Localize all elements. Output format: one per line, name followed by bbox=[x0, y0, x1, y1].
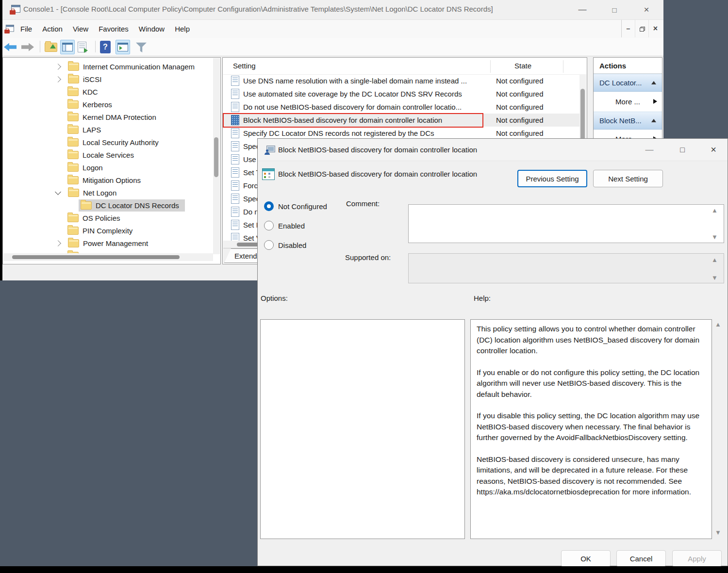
help-scrollbar[interactable]: ▲ ▼ bbox=[713, 319, 724, 539]
scrollbar-thumb[interactable] bbox=[12, 255, 180, 259]
tree-item[interactable]: KDC bbox=[3, 85, 213, 98]
mdi-restore-button[interactable] bbox=[635, 20, 649, 37]
menu-window[interactable]: Window bbox=[139, 25, 165, 33]
comment-textarea[interactable] bbox=[408, 204, 724, 243]
menu-help[interactable]: Help bbox=[175, 25, 190, 33]
tree-item-label: Locale Services bbox=[83, 151, 134, 159]
tree-item[interactable]: Locale Services bbox=[3, 148, 213, 161]
close-button[interactable]: × bbox=[636, 0, 657, 19]
folder-icon bbox=[67, 214, 79, 222]
radio-label: Disabled bbox=[278, 241, 306, 249]
collapse-up-icon[interactable] bbox=[651, 119, 656, 122]
column-header-setting[interactable]: Setting bbox=[233, 62, 256, 70]
menu-file[interactable]: File bbox=[20, 25, 32, 33]
scrollbar-thumb[interactable] bbox=[237, 243, 259, 246]
show-action-pane-icon[interactable] bbox=[116, 40, 130, 54]
folder-icon bbox=[67, 164, 79, 172]
radio-label: Not Configured bbox=[278, 202, 327, 211]
menu-action[interactable]: Action bbox=[42, 25, 63, 33]
chevron-down-icon[interactable] bbox=[55, 189, 61, 195]
tree-item-label: Mitigation Options bbox=[83, 176, 141, 184]
actions-group-block-netbios[interactable]: Block NetB... bbox=[594, 112, 662, 130]
actions-group-label: Block NetB... bbox=[599, 116, 642, 125]
radio-label: Enabled bbox=[278, 222, 305, 230]
tree-item[interactable]: Internet Communication Managem bbox=[3, 60, 213, 73]
radio-icon[interactable] bbox=[264, 240, 274, 250]
tree-item[interactable]: LAPS bbox=[3, 123, 213, 136]
tree-item[interactable]: PIN Complexity bbox=[3, 224, 213, 237]
tree-item-label: Local Security Authority bbox=[83, 138, 159, 147]
setting-row[interactable]: Do not use NetBIOS-based discovery for d… bbox=[223, 100, 579, 114]
dialog-title: Block NetBIOS-based discovery for domain… bbox=[278, 146, 477, 154]
previous-setting-button[interactable]: Previous Setting bbox=[517, 170, 587, 187]
forward-icon[interactable] bbox=[21, 40, 34, 54]
scroll-up-icon[interactable]: ▲ bbox=[711, 257, 725, 263]
maximize-button[interactable]: □ bbox=[604, 0, 625, 19]
setting-row[interactable]: Specify DC Locator DNS records not regis… bbox=[223, 127, 579, 140]
scroll-down-icon[interactable]: ▼ bbox=[715, 529, 722, 536]
tree-horizontal-scrollbar[interactable] bbox=[3, 253, 213, 261]
scroll-up-icon[interactable]: ▲ bbox=[711, 207, 725, 213]
tree-item-label: Internet Communication Managem bbox=[83, 63, 195, 71]
chevron-right-icon[interactable] bbox=[55, 240, 61, 246]
tree-item[interactable]: Net Logon bbox=[3, 186, 213, 199]
tree-vertical-scrollbar[interactable] bbox=[213, 58, 220, 254]
tree-item[interactable]: Mitigation Options bbox=[3, 174, 213, 186]
next-setting-button[interactable]: Next Setting bbox=[593, 170, 663, 187]
actions-group-dc-locator[interactable]: DC Locator... bbox=[594, 74, 662, 92]
setting-row[interactable]: Use automated site coverage by the DC Lo… bbox=[223, 87, 579, 100]
column-separator[interactable] bbox=[490, 60, 491, 73]
tree-item[interactable]: Power Management bbox=[3, 237, 213, 249]
setting-state: Not configured bbox=[496, 90, 544, 98]
radio-disabled[interactable]: Disabled bbox=[264, 240, 306, 250]
dialog-maximize-button[interactable]: □ bbox=[671, 139, 694, 161]
dialog-title-bar: Block NetBIOS-based discovery for domain… bbox=[258, 139, 728, 161]
column-header-state[interactable]: State bbox=[514, 62, 531, 70]
radio-icon[interactable] bbox=[264, 221, 274, 230]
dialog-minimize-button[interactable]: — bbox=[638, 139, 661, 161]
mdi-close-button[interactable]: × bbox=[649, 20, 662, 37]
tree-item[interactable]: Kerberos bbox=[3, 98, 213, 111]
radio-selected-icon[interactable] bbox=[264, 201, 274, 211]
tree-item[interactable]: Logon bbox=[3, 161, 213, 174]
tree-item[interactable]: OS Policies bbox=[3, 212, 213, 224]
column-separator[interactable] bbox=[563, 60, 563, 73]
tree-item-label: KDC bbox=[83, 88, 98, 96]
scroll-down-icon[interactable]: ▼ bbox=[711, 275, 725, 281]
menu-favorites[interactable]: Favorites bbox=[99, 25, 129, 33]
tree-item[interactable]: iSCSI bbox=[3, 73, 213, 85]
mdi-minimize-button[interactable]: – bbox=[622, 20, 635, 37]
actions-more-item[interactable]: More ... bbox=[594, 92, 662, 111]
chevron-right-icon[interactable] bbox=[55, 64, 61, 70]
chevron-right-icon[interactable] bbox=[55, 76, 61, 82]
tree-item-selected[interactable]: DC Locator DNS Records bbox=[3, 199, 213, 212]
minimize-button[interactable]: — bbox=[572, 0, 593, 19]
cancel-button[interactable]: Cancel bbox=[616, 550, 666, 567]
export-list-icon[interactable] bbox=[78, 40, 86, 54]
scrollbar-thumb[interactable] bbox=[214, 137, 218, 177]
back-icon[interactable] bbox=[4, 40, 17, 54]
policy-doc-icon bbox=[231, 167, 239, 178]
scroll-up-icon[interactable]: ▲ bbox=[715, 321, 722, 327]
scroll-down-icon[interactable]: ▼ bbox=[711, 234, 725, 240]
menu-view[interactable]: View bbox=[73, 25, 88, 33]
list-header: Setting State bbox=[223, 58, 586, 75]
mmc-doc-icon bbox=[4, 25, 14, 33]
tree-item[interactable]: Kernel DMA Protection bbox=[3, 111, 213, 123]
dialog-close-button[interactable]: × bbox=[702, 139, 725, 161]
filter-icon[interactable] bbox=[136, 40, 147, 54]
show-console-tree-icon[interactable] bbox=[60, 40, 75, 54]
setting-row[interactable]: Use DNS name resolution with a single-la… bbox=[223, 74, 579, 87]
tree-item[interactable]: Local Security Authority bbox=[3, 136, 213, 148]
help-icon[interactable]: ? bbox=[100, 40, 111, 54]
radio-enabled[interactable]: Enabled bbox=[264, 221, 305, 230]
policy-doc-icon bbox=[231, 207, 239, 217]
up-one-level-icon[interactable] bbox=[45, 40, 57, 54]
folder-icon bbox=[67, 126, 79, 134]
radio-not-configured[interactable]: Not Configured bbox=[264, 201, 327, 211]
tree-item-label: Logon bbox=[83, 164, 103, 172]
ok-button[interactable]: OK bbox=[561, 550, 611, 567]
collapse-up-icon[interactable] bbox=[651, 81, 656, 84]
setting-state: Not configured bbox=[496, 129, 544, 137]
folder-icon bbox=[68, 75, 79, 83]
